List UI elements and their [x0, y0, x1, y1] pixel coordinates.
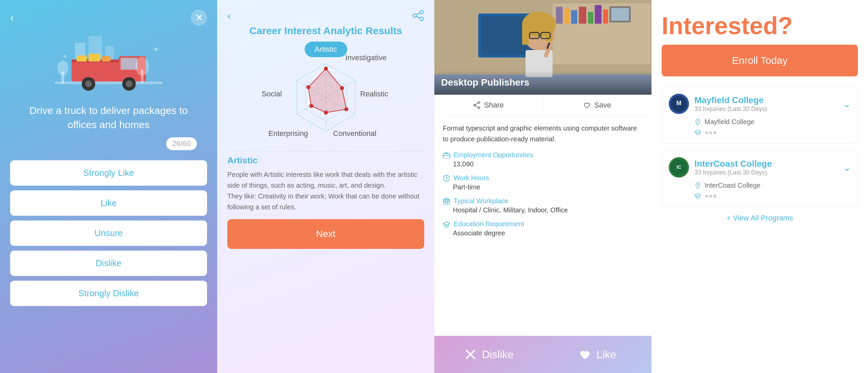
save-button[interactable]: Save [543, 95, 652, 116]
share-label: Share [484, 101, 504, 110]
career-detail-panel: Desktop Publishers Share Save Format typ… [434, 0, 652, 373]
x-icon [464, 348, 477, 361]
svg-point-42 [306, 85, 310, 89]
svg-point-18 [57, 61, 68, 75]
career-details: Employment Opportunities 13,090 Work Hou… [434, 151, 652, 237]
svg-rect-60 [522, 24, 529, 45]
svg-point-20 [63, 55, 66, 57]
graduation-cap-icon-2 [694, 193, 701, 200]
mayfield-info: Mayfield College 33 Inquiries (Last 30 D… [694, 95, 843, 113]
truck-svg [55, 29, 163, 97]
workplace-label: Typical Workplace [443, 197, 643, 205]
svg-marker-94 [695, 193, 701, 197]
heart-filled-icon [578, 348, 592, 361]
activity-description: Drive a truck to deliver packages to off… [0, 103, 217, 132]
svg-rect-51 [595, 5, 602, 24]
enroll-button[interactable]: Enroll Today [662, 45, 858, 76]
close-button[interactable]: ✕ [191, 9, 207, 26]
svg-rect-46 [556, 7, 563, 24]
career-job-title: Desktop Publishers [441, 77, 645, 88]
like-label: Like [596, 348, 616, 361]
college-item-mayfield: M Mayfield College 33 Inquiries (Last 30… [662, 87, 858, 143]
dislike-button[interactable]: Dislike [434, 336, 543, 373]
college-intercoast-header: IC InterCoast College 33 Inquiries (Last… [669, 157, 851, 178]
mayfield-inquiries: 33 Inquiries (Last 30 Days) [694, 106, 843, 113]
view-all-programs-link[interactable]: + View All Programs [662, 214, 858, 223]
svg-rect-79 [444, 201, 446, 202]
pin-icon [694, 119, 701, 125]
clock-icon [443, 174, 450, 182]
svg-point-22 [413, 14, 416, 17]
svg-marker-36 [308, 69, 347, 113]
pin-icon-2 [694, 182, 701, 189]
intercoast-name: InterCoast College [694, 159, 843, 169]
svg-rect-9 [88, 54, 100, 62]
intercoast-chevron[interactable]: ⌄ [843, 162, 851, 173]
intercoast-link-1: InterCoast College [694, 182, 851, 189]
option-dislike[interactable]: Dislike [10, 251, 207, 276]
quiz-panel: ‹ ✕ [0, 0, 217, 373]
save-label: Save [594, 101, 611, 110]
options-list: Strongly Like Like Unsure Dislike Strong… [0, 154, 217, 373]
svg-line-71 [475, 103, 478, 105]
work-hours-value: Part-time [443, 183, 643, 191]
svg-rect-52 [603, 9, 608, 24]
employment-label: Employment Opportunities [443, 151, 643, 159]
svg-line-72 [475, 106, 478, 108]
college-item-intercoast: IC InterCoast College 33 Inquiries (Last… [662, 150, 858, 207]
svg-rect-47 [564, 8, 569, 24]
dislike-label: Dislike [482, 348, 514, 361]
employment-row: Employment Opportunities 13,090 [443, 151, 643, 168]
svg-rect-48 [571, 10, 577, 24]
mayfield-chevron[interactable]: ⌄ [843, 98, 851, 110]
intercoast-inquiries: 33 Inquiries (Last 30 Days) [694, 169, 843, 176]
next-button[interactable]: Next [227, 219, 424, 249]
mayfield-link-1: Mayfield College [694, 118, 851, 126]
college-list: M Mayfield College 33 Inquiries (Last 30… [662, 87, 858, 207]
mayfield-name: Mayfield College [694, 95, 843, 106]
svg-point-70 [478, 107, 480, 109]
svg-point-21 [420, 10, 423, 14]
interested-panel: Interested? Enroll Today M Mayfield Coll… [652, 0, 868, 373]
option-unsure[interactable]: Unsure [10, 220, 207, 246]
svg-point-89 [697, 120, 698, 122]
briefcase-icon [443, 152, 450, 158]
svg-rect-80 [447, 201, 449, 202]
svg-rect-8 [77, 55, 87, 62]
share-button[interactable]: Share [434, 95, 543, 116]
work-hours-row: Work Hours Part-time [443, 174, 643, 191]
panel2-header: ‹ [217, 0, 434, 25]
graduation-icon [443, 221, 450, 228]
workplace-value: Hospital / Clinic, Military, Indoor, Off… [443, 206, 643, 214]
share-icon[interactable] [412, 9, 424, 22]
career-actions-bar: Share Save [434, 95, 652, 116]
svg-rect-7 [121, 58, 137, 70]
back-button[interactable]: ‹ [10, 9, 14, 26]
intercoast-link-2: ●●● [694, 192, 851, 200]
radar-svg [262, 40, 390, 148]
option-strongly-like[interactable]: Strongly Like [10, 160, 207, 186]
artistic-section: Artistic People with Artistic interests … [217, 155, 434, 212]
workplace-row: Typical Workplace Hospital / Clinic, Mil… [443, 197, 643, 214]
work-hours-label: Work Hours [443, 174, 643, 182]
artistic-type-description: People with Artistic interests like work… [227, 169, 424, 212]
intercoast-logo: IC [669, 157, 689, 178]
svg-rect-4 [72, 60, 126, 81]
svg-line-24 [416, 13, 420, 15]
svg-point-69 [474, 104, 476, 106]
option-strongly-dislike[interactable]: Strongly Dislike [10, 281, 207, 306]
mayfield-logo: M [669, 94, 689, 114]
svg-point-93 [697, 184, 698, 185]
radar-chart: Artistic Investigative Realistic Convent… [217, 40, 434, 148]
svg-point-19 [154, 48, 158, 51]
svg-rect-49 [579, 7, 586, 24]
svg-point-14 [126, 80, 132, 87]
intercoast-info: InterCoast College 33 Inquiries (Last 30… [694, 159, 843, 176]
interested-title: Interested? [662, 14, 858, 38]
like-button[interactable]: Like [543, 336, 652, 373]
mayfield-links: Mayfield College ●●● [669, 118, 851, 136]
panel2-back-button[interactable]: ‹ [227, 10, 231, 21]
artistic-type-title: Artistic [227, 155, 424, 166]
education-row: Education Requirement Associate degree [443, 220, 643, 237]
option-like[interactable]: Like [10, 190, 207, 216]
